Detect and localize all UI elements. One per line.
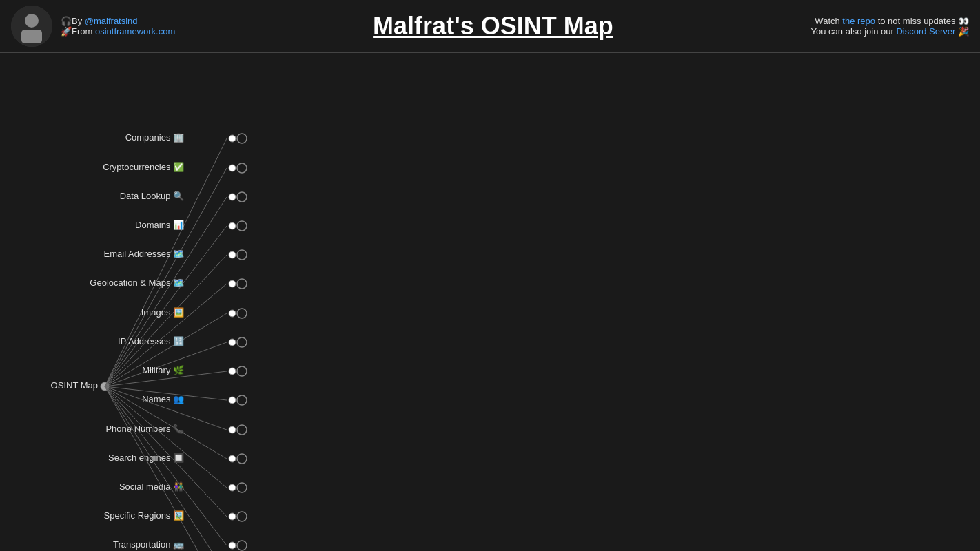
node-expand-circle[interactable] bbox=[237, 163, 247, 173]
node-expand-circle[interactable] bbox=[237, 483, 247, 492]
svg-rect-2 bbox=[21, 30, 42, 43]
node-circle[interactable] bbox=[229, 455, 236, 462]
node-expand-circle[interactable] bbox=[237, 250, 247, 260]
node-label: Companies 🏢 bbox=[125, 132, 185, 143]
branch-line bbox=[105, 386, 227, 517]
node-circle[interactable] bbox=[229, 251, 236, 258]
branch-line bbox=[105, 386, 227, 551]
node-expand-circle[interactable] bbox=[237, 512, 247, 521]
watch-line: Watch the repo to not miss updates 👀 bbox=[811, 16, 969, 26]
node-expand-circle[interactable] bbox=[237, 541, 247, 550]
discord-link[interactable]: Discord Server bbox=[896, 26, 955, 37]
node-label: Images 🖼️ bbox=[141, 306, 185, 318]
framework-link[interactable]: osintframework.com bbox=[95, 26, 175, 37]
discord-line: You can also join our Discord Server 🎉 bbox=[811, 26, 969, 37]
rocket-icon: 🚀 bbox=[61, 26, 72, 37]
logo bbox=[11, 6, 52, 47]
node-label: Specific Regions 🖼️ bbox=[104, 510, 185, 521]
node-circle[interactable] bbox=[229, 513, 236, 520]
node-label: Cryptocurrencies ✅ bbox=[103, 161, 185, 173]
node-expand-circle[interactable] bbox=[237, 134, 247, 143]
node-expand-circle[interactable] bbox=[237, 425, 247, 435]
node-expand-circle[interactable] bbox=[237, 454, 247, 464]
headphone-icon: 🎧 bbox=[61, 16, 72, 26]
branch-line bbox=[105, 386, 227, 545]
node-circle[interactable] bbox=[229, 368, 236, 375]
node-expand-circle[interactable] bbox=[237, 337, 247, 347]
node-expand-circle[interactable] bbox=[237, 221, 247, 231]
node-circle[interactable] bbox=[229, 397, 236, 404]
node-label: Names 👥 bbox=[142, 393, 185, 405]
node-label: Search engines 🔲 bbox=[108, 452, 185, 464]
author-link[interactable]: @malfratsind bbox=[85, 16, 138, 26]
node-label: Phone Numbers 📞 bbox=[105, 423, 185, 435]
header: 🎧By @malfratsind 🚀From osintframework.co… bbox=[0, 0, 980, 53]
node-circle[interactable] bbox=[229, 222, 236, 229]
node-label: OSINT Map bbox=[51, 380, 98, 391]
by-line: 🎧By @malfratsind bbox=[61, 16, 175, 26]
node-label: Transportation 🚌 bbox=[113, 539, 185, 550]
node-circle[interactable] bbox=[229, 280, 236, 287]
header-right-section: Watch the repo to not miss updates 👀 You… bbox=[811, 16, 969, 37]
node-circle[interactable] bbox=[229, 542, 236, 549]
mindmap-container: OSINT MapCompanies 🏢Cryptocurrencies ✅Da… bbox=[0, 53, 980, 551]
page-title: Malfrat's OSINT Map bbox=[175, 12, 810, 41]
node-expand-circle[interactable] bbox=[237, 395, 247, 405]
node-label: Email Addresses 🗺️ bbox=[104, 248, 185, 260]
logo-svg bbox=[11, 6, 52, 47]
node-circle[interactable] bbox=[229, 194, 236, 200]
node-circle[interactable] bbox=[229, 165, 236, 171]
branch-line bbox=[105, 386, 227, 551]
from-line: 🚀From osintframework.com bbox=[61, 26, 175, 37]
node-label: Domains 📊 bbox=[135, 219, 185, 231]
node-circle[interactable] bbox=[229, 135, 236, 142]
node-circle[interactable] bbox=[229, 339, 236, 346]
node-label: IP Addresses 🔢 bbox=[118, 335, 185, 347]
node-circle[interactable] bbox=[229, 484, 236, 491]
header-left-text: 🎧By @malfratsind 🚀From osintframework.co… bbox=[61, 16, 175, 37]
mindmap-svg: OSINT MapCompanies 🏢Cryptocurrencies ✅Da… bbox=[0, 53, 980, 551]
repo-link[interactable]: the repo bbox=[842, 16, 875, 26]
node-label: Military 🌿 bbox=[142, 364, 185, 376]
node-expand-circle[interactable] bbox=[237, 309, 247, 318]
header-left-section: 🎧By @malfratsind 🚀From osintframework.co… bbox=[11, 6, 175, 47]
node-circle[interactable] bbox=[229, 310, 236, 317]
node-expand-circle[interactable] bbox=[237, 279, 247, 289]
svg-point-1 bbox=[25, 14, 39, 28]
node-label: Social media 👫 bbox=[119, 481, 185, 492]
node-expand-circle[interactable] bbox=[237, 192, 247, 202]
node-label: Geolocation & Maps 🗺️ bbox=[90, 277, 185, 289]
node-circle[interactable] bbox=[229, 426, 236, 433]
node-expand-circle[interactable] bbox=[237, 366, 247, 376]
node-label: Data Lookup 🔍 bbox=[120, 190, 185, 202]
